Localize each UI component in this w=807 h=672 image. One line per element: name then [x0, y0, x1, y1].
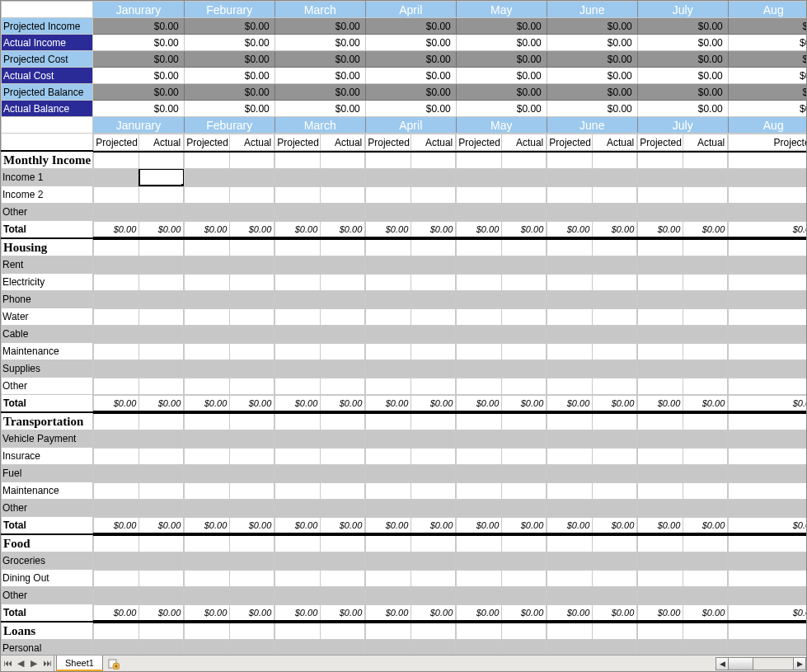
summary-value-cell[interactable]: $0.00 — [184, 35, 274, 51]
data-cell[interactable] — [230, 256, 274, 273]
data-cell[interactable] — [638, 448, 683, 464]
total-cell[interactable]: $0.00 — [547, 221, 593, 237]
data-cell[interactable] — [593, 587, 637, 604]
data-cell[interactable] — [185, 308, 230, 325]
tab-nav-last-icon[interactable]: ⏭ — [40, 656, 54, 671]
data-cell[interactable] — [411, 640, 456, 655]
data-cell[interactable] — [729, 308, 806, 325]
summary-value-cell[interactable]: $0.00 — [637, 84, 728, 101]
data-cell[interactable] — [457, 256, 502, 273]
total-cell[interactable]: $0.00 — [275, 395, 321, 411]
data-cell[interactable] — [638, 482, 683, 499]
data-cell[interactable] — [230, 448, 274, 464]
horizontal-scrollbar[interactable]: ◀ ▶ — [716, 656, 806, 671]
data-cell[interactable] — [547, 640, 593, 655]
data-cell[interactable] — [411, 587, 456, 604]
data-cell[interactable] — [139, 465, 184, 482]
data-cell[interactable] — [411, 378, 456, 394]
data-cell[interactable] — [683, 430, 728, 447]
data-cell[interactable] — [230, 308, 274, 325]
section-header-cell[interactable] — [547, 152, 593, 168]
data-cell[interactable] — [502, 640, 547, 655]
data-cell[interactable] — [230, 482, 274, 499]
item-label[interactable]: Other — [2, 587, 93, 604]
total-cell[interactable]: $0.00 — [94, 604, 139, 621]
total-cell[interactable]: $0.00 — [638, 221, 683, 237]
data-cell[interactable] — [275, 256, 321, 273]
data-cell[interactable] — [729, 274, 806, 290]
summary-value-cell[interactable]: $0.00 — [365, 101, 456, 117]
total-cell[interactable]: $0.00 — [275, 221, 321, 237]
summary-value-cell[interactable]: $0.00 — [274, 84, 365, 101]
data-cell[interactable] — [547, 308, 593, 325]
data-cell[interactable] — [547, 378, 593, 394]
data-cell[interactable] — [185, 186, 230, 203]
data-cell[interactable] — [683, 186, 728, 203]
data-cell[interactable] — [457, 204, 502, 220]
section-header-cell[interactable] — [139, 623, 184, 639]
data-cell[interactable] — [411, 570, 456, 586]
summary-value-cell[interactable]: $0.00 — [93, 84, 185, 101]
data-cell[interactable] — [411, 430, 456, 447]
data-cell[interactable] — [729, 186, 806, 203]
data-cell[interactable] — [411, 204, 456, 220]
data-cell[interactable] — [593, 186, 637, 203]
summary-value-cell[interactable]: $0.00 — [547, 84, 637, 101]
section-header-cell[interactable] — [683, 239, 728, 256]
data-cell[interactable] — [729, 326, 806, 342]
total-cell[interactable]: $0.00 — [502, 517, 547, 533]
data-cell[interactable] — [275, 360, 321, 377]
data-cell[interactable] — [638, 186, 683, 203]
data-cell[interactable] — [321, 552, 365, 569]
summary-value-cell[interactable]: $0.00 — [547, 101, 637, 117]
total-cell[interactable]: $0.00 — [230, 395, 274, 411]
item-label[interactable]: Personal — [2, 640, 93, 656]
data-cell[interactable] — [729, 570, 806, 586]
summary-value-cell[interactable]: $0.00 — [93, 51, 185, 68]
section-header-cell[interactable] — [275, 152, 321, 168]
data-cell[interactable] — [185, 291, 230, 308]
data-cell[interactable] — [411, 274, 456, 290]
item-label[interactable]: Maintenance — [2, 482, 93, 500]
data-cell[interactable] — [683, 360, 728, 377]
section-header-cell[interactable] — [593, 413, 637, 430]
data-cell[interactable] — [729, 500, 806, 516]
item-label[interactable]: Vehicle Payment — [2, 430, 93, 448]
data-cell[interactable] — [593, 570, 637, 586]
data-cell[interactable] — [411, 256, 456, 273]
data-cell[interactable] — [230, 570, 274, 586]
hscroll-track[interactable] — [729, 657, 793, 670]
data-cell[interactable] — [366, 204, 411, 220]
item-label[interactable]: Cable — [2, 326, 93, 343]
summary-value-cell[interactable]: $0.00 — [456, 84, 547, 101]
section-header-cell[interactable] — [457, 239, 502, 256]
summary-value-cell[interactable]: $0.00 — [184, 84, 274, 101]
total-cell[interactable]: $0.00 — [683, 517, 728, 533]
summary-value-cell[interactable]: $0 — [728, 84, 806, 101]
data-cell[interactable] — [593, 343, 637, 359]
data-cell[interactable] — [502, 570, 547, 586]
section-header-cell[interactable] — [593, 239, 637, 256]
data-cell[interactable] — [547, 169, 593, 186]
total-cell[interactable]: $0.00 — [457, 395, 502, 411]
summary-value-cell[interactable]: $0.00 — [456, 51, 547, 68]
data-cell[interactable] — [411, 291, 456, 308]
total-cell[interactable]: $0.00 — [502, 221, 547, 237]
data-cell[interactable] — [366, 343, 411, 359]
data-cell[interactable] — [547, 465, 593, 482]
data-cell[interactable] — [729, 448, 806, 464]
section-header-cell[interactable] — [366, 239, 411, 256]
data-cell[interactable] — [638, 430, 683, 447]
data-cell[interactable] — [94, 169, 139, 186]
section-header-cell[interactable] — [185, 623, 230, 639]
total-cell[interactable]: $0.00 — [547, 395, 593, 411]
section-header-cell[interactable] — [547, 239, 593, 256]
data-cell[interactable] — [729, 204, 806, 220]
section-header-cell[interactable] — [94, 239, 139, 256]
data-cell[interactable] — [729, 640, 806, 655]
data-cell[interactable] — [547, 587, 593, 604]
section-header-cell[interactable] — [683, 623, 728, 639]
summary-value-cell[interactable]: $0.00 — [547, 51, 637, 68]
data-cell[interactable] — [321, 326, 365, 342]
section-header-cell[interactable] — [729, 623, 806, 639]
